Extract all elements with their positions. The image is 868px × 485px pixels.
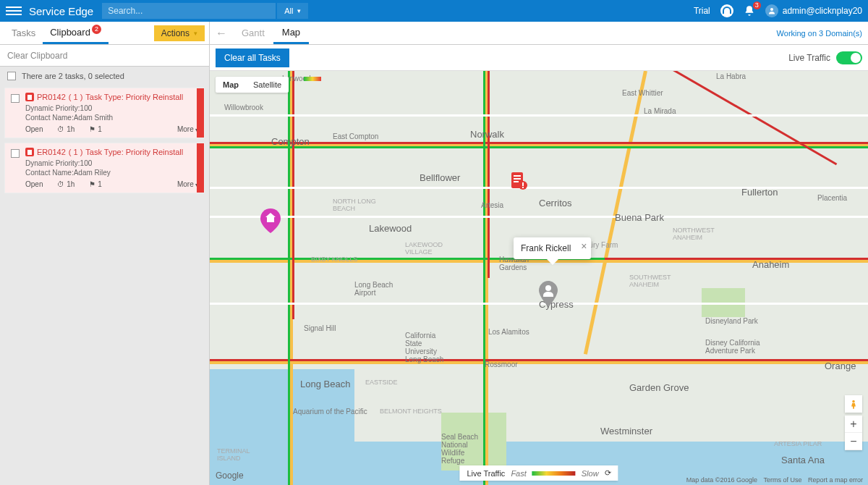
domain-link[interactable]: Working on 3 Domain(s) <box>777 29 862 38</box>
task-priority: Dynamic Priority:100 <box>25 159 198 167</box>
map-background <box>210 71 868 485</box>
gauge-icon[interactable] <box>720 4 733 17</box>
city-label: Bellflower <box>420 172 460 183</box>
city-label: Disney California Adventure Park <box>705 339 760 355</box>
task-card[interactable]: PR0142 ( 1 ) Task Type: Priority Reinsta… <box>4 88 205 138</box>
streetview-icon[interactable] <box>845 395 862 413</box>
city-label: Lakewood <box>369 223 412 234</box>
traffic-legend: Live Traffic Fast Slow ⟳ <box>459 465 618 481</box>
google-logo: Google <box>216 471 244 481</box>
zoom-out-button[interactable]: − <box>845 433 862 450</box>
city-label: Santa Ana <box>781 455 825 465</box>
task-card[interactable]: ER0142 ( 1 ) Task Type: Priority Reinsta… <box>4 143 205 193</box>
task-contact: Contact Name:Adam Riley <box>25 169 198 177</box>
map-type-map[interactable]: Map <box>216 77 246 93</box>
svg-point-9 <box>852 400 855 403</box>
city-label: California State University Long Beach <box>405 332 443 363</box>
tab-map[interactable]: Map <box>273 22 309 44</box>
terms-link[interactable]: Terms of Use <box>763 476 801 484</box>
task-flag: ⚑ 1 <box>89 180 101 188</box>
actions-button[interactable]: Actions <box>154 25 205 41</box>
app-title: Service Edge <box>29 5 93 17</box>
avatar-icon <box>765 4 778 17</box>
live-traffic-label: Live Traffic <box>788 53 830 63</box>
city-label: East Whittier <box>622 89 663 97</box>
task-checkbox[interactable] <box>11 149 20 158</box>
task-type-icon <box>25 93 34 101</box>
task-flag: ⚑ 1 <box>89 125 101 133</box>
task-type-icon <box>25 148 34 156</box>
task-priority: Dynamic Priority:100 <box>25 104 198 112</box>
info-window-name: Frank Rickell <box>521 243 571 253</box>
city-label: LAKEWOOD VILLAGE <box>405 241 443 256</box>
city-label: SOUTHWEST ANAHEIM <box>629 274 671 288</box>
tab-clipboard[interactable]: Clipboard 2 <box>43 22 109 44</box>
city-label: Aquarium of the Pacific <box>293 408 367 416</box>
home-marker-icon[interactable] <box>260 208 281 233</box>
report-error-link[interactable]: Report a map error <box>808 476 863 484</box>
city-label: ARTESIA PILAR <box>774 440 822 447</box>
tab-clipboard-label: Clipboard <box>50 27 90 38</box>
svg-rect-6 <box>522 182 524 186</box>
task-more-link[interactable]: More <box>177 125 198 133</box>
legend-title: Live Traffic <box>467 469 505 478</box>
menu-icon[interactable] <box>6 3 22 19</box>
notifications-icon[interactable]: 3 <box>744 5 755 17</box>
city-label: Compton <box>271 136 310 147</box>
refresh-icon[interactable]: ⟳ <box>605 468 611 478</box>
svg-rect-7 <box>522 187 524 188</box>
priority-bar <box>197 143 204 193</box>
select-all-checkbox[interactable] <box>7 72 16 80</box>
svg-rect-4 <box>514 181 519 182</box>
map-info-window: × Frank Rickell <box>514 237 591 259</box>
svg-point-8 <box>545 285 551 291</box>
search-filter-dropdown[interactable]: All <box>277 3 308 19</box>
map-type-satellite[interactable]: Satellite <box>246 77 289 93</box>
city-label: East Compton <box>333 132 378 140</box>
city-label: Disneyland Park <box>705 317 758 325</box>
back-arrow-icon[interactable]: ← <box>216 27 227 40</box>
city-label: Willowbrook <box>224 104 263 111</box>
city-label: Norwalk <box>470 129 504 140</box>
task-title: PR0142 ( 1 ) Task Type: Priority Reinsta… <box>25 93 198 101</box>
clipboard-badge: 2 <box>92 25 101 34</box>
city-label: Signal Hill <box>304 324 336 332</box>
city-label: Westminster <box>600 426 652 436</box>
city-label: NORTH LONG BEACH <box>333 198 376 212</box>
zoom-in-button[interactable]: + <box>845 416 862 433</box>
task-marker-icon[interactable] <box>510 172 527 193</box>
city-label: Los Alamitos <box>488 328 529 336</box>
task-checkbox[interactable] <box>11 94 20 103</box>
tab-gantt[interactable]: Gantt <box>233 22 273 44</box>
task-duration: ⏱ 1h <box>57 180 75 188</box>
clear-clipboard-link[interactable]: Clear Clipboard <box>0 45 209 67</box>
left-pane: Tasks Clipboard 2 Actions Clear Clipboar… <box>0 22 210 485</box>
task-contact: Contact Name:Adam Smith <box>25 114 198 122</box>
city-label: Artesia <box>481 201 503 209</box>
user-menu[interactable]: admin@clicknplay20 <box>765 4 862 17</box>
city-label: Long Beach <box>300 379 350 389</box>
traffic-legend-mini <box>304 77 321 81</box>
search-input[interactable] <box>102 3 276 19</box>
close-icon[interactable]: × <box>581 240 587 252</box>
city-label: BELMONT HEIGHTS <box>380 408 442 415</box>
city-label: Anaheim <box>752 259 789 270</box>
city-label: La Habra <box>716 72 746 80</box>
notif-badge: 3 <box>753 1 761 9</box>
task-more-link[interactable]: More <box>177 180 198 188</box>
map-canvas[interactable]: Lynwood Willowbrook Compton East Compton… <box>210 71 868 485</box>
trial-label: Trial <box>694 6 710 16</box>
clear-all-tasks-button[interactable]: Clear all Tasks <box>216 48 289 67</box>
task-duration: ⏱ 1h <box>57 125 75 133</box>
city-label: Orange <box>825 360 856 371</box>
city-label: Cerritos <box>539 198 572 208</box>
task-title: ER0142 ( 1 ) Task Type: Priority Reinsta… <box>25 148 198 156</box>
person-marker-icon[interactable] <box>539 281 558 307</box>
task-status: Open <box>25 125 43 133</box>
city-label: NORTHWEST ANAHEIM <box>673 227 715 241</box>
svg-point-0 <box>770 8 773 11</box>
legend-slow: Slow <box>582 469 599 478</box>
tab-tasks[interactable]: Tasks <box>4 22 43 44</box>
city-label: Garden Grove <box>629 382 689 393</box>
live-traffic-toggle[interactable] <box>836 51 862 64</box>
